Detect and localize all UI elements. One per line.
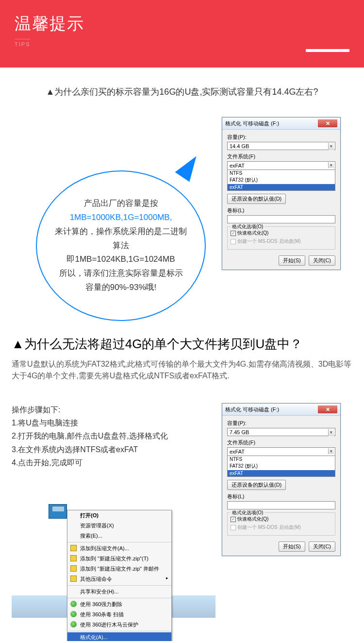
menu-add-zip-mail[interactable]: 添加到 "新建压缩文件.zip" 并邮件 [67, 564, 171, 574]
checkbox-icon[interactable]: ✓ [231, 231, 236, 236]
archive-icon [70, 565, 77, 572]
fs-option-exfat[interactable]: exFAT [228, 184, 335, 190]
dialog-title: 格式化 可移动磁盘 (F:) [225, 406, 318, 413]
menu-format[interactable]: 格式化(A)... [67, 632, 171, 641]
filesystem-dropdown-open[interactable]: exFAT NTFS FAT32 (默认) exFAT [227, 447, 335, 477]
fs-option-fat32[interactable]: FAT32 (默认) [228, 462, 335, 470]
msdos-row: 创建一个 MS-DOS 启动盘(M) [231, 524, 332, 531]
archive-icon [70, 575, 77, 582]
dialog-body: 容量(P): 14.4 GB 文件系统(F) exFAT NTFS FAT32 … [222, 130, 340, 270]
capacity-label: 容量(P): [227, 420, 335, 427]
menu-other-zip[interactable]: 其他压缩命令 [67, 574, 171, 584]
archive-icon [70, 555, 77, 561]
format-options-group: 格式化选项(O) ✓快速格式化(Q) 创建一个 MS-DOS 启动盘(M) [227, 226, 335, 250]
menu-separator [67, 542, 171, 542]
fs-option-fat32[interactable]: FAT32 (默认) [228, 176, 335, 184]
menu-360-cloud[interactable]: 使用 360进行木马云保护 [67, 620, 171, 630]
menu-360-scan[interactable]: 使用 360杀毒 扫描 [67, 609, 171, 620]
fs-option-ntfs[interactable]: NTFS [228, 170, 335, 176]
format-dialog-1: 格式化 可移动磁盘 (F:) ✕ 容量(P): 14.4 GB 文件系统(F) … [222, 117, 341, 270]
question-1-content: 产品出厂的容量是按 1MB=1000KB,1G=1000MB, 来计算的，操作系… [12, 117, 352, 316]
dialog-buttons: 开始(S) 关闭(C) [227, 254, 335, 266]
volume-input[interactable] [227, 215, 335, 223]
context-menu: 打开(O) 资源管理器(X) 搜索(E)... 添加到压缩文件(A)... 添加… [67, 510, 172, 641]
shield-icon [70, 621, 77, 627]
bubble-line-4: 即1MB=1024KB,1G=1024MB [66, 253, 175, 267]
menu-explorer[interactable]: 资源管理器(X) [67, 521, 171, 531]
dialog-title: 格式化 可移动磁盘 (F:) [225, 120, 318, 127]
dialog-titlebar[interactable]: 格式化 可移动磁盘 (F:) ✕ [222, 404, 340, 416]
header-subtitle: TIPS [15, 39, 30, 47]
close-button[interactable]: 关闭(C) [309, 255, 335, 266]
archive-icon [70, 545, 77, 551]
format-options-label: 格式化选项(O) [231, 223, 265, 230]
header-title: 温馨提示 [15, 13, 349, 35]
drive-label: 可移动 (G: [49, 519, 67, 530]
filesystem-options: NTFS FAT32 (默认) exFAT [228, 170, 335, 190]
volume-label: 卷标(L) [227, 493, 335, 500]
menu-search[interactable]: 搜索(E)... [67, 531, 171, 541]
filesystem-selected[interactable]: exFAT [228, 162, 335, 170]
menu-separator [67, 585, 171, 586]
checkbox-icon [231, 525, 236, 530]
header-accent-bar [306, 49, 349, 52]
format-options-group: 格式化选项(O) ✓快速格式化(Q) 创建一个 MS-DOS 启动盘(M) [227, 512, 335, 536]
quick-format-row[interactable]: ✓快速格式化(Q) [231, 230, 332, 237]
question-2-description: 通常U盘默认的系统为FAT32格式,此格式可传输的单个最大文件为4G.如需存储高… [12, 358, 352, 382]
filesystem-options: NTFS FAT32 (默认) exFAT [228, 456, 335, 476]
menu-360-delete[interactable]: 使用 360强力删除 [67, 599, 171, 609]
capacity-dropdown[interactable]: 7.45 GB [227, 428, 335, 436]
menu-separator [67, 598, 171, 598]
bubble-line-3: 来计算的，操作系统采用的是二进制算法 [51, 225, 190, 253]
format-dialog-2: 格式化 可移动磁盘 (F:) ✕ 容量(P): 7.45 GB 文件系统(F) … [222, 403, 341, 556]
question-2-content: 操作步骤如下: 1.将U盘与电脑连接 2.打开我的电脑,邮件点击U盘盘符,选择格… [12, 403, 352, 622]
restore-defaults-button[interactable]: 还原设备的默认值(D) [227, 194, 286, 204]
question-2-title: ▲为什么无法将超过4G的单个大文件拷贝到U盘中？ [12, 336, 352, 353]
fs-option-ntfs[interactable]: NTFS [228, 456, 335, 462]
msdos-row: 创建一个 MS-DOS 启动盘(M) [231, 238, 332, 245]
volume-input[interactable] [227, 501, 335, 509]
question-1-section: ▲为什么亲们买的标示容量为16G的U盘,实际测试容量只有14.4G左右? 产品出… [0, 68, 364, 336]
restore-defaults-button[interactable]: 还原设备的默认值(D) [227, 480, 286, 490]
close-button[interactable]: 关闭(C) [309, 541, 335, 552]
menu-add-zip[interactable]: 添加到压缩文件(A)... [67, 543, 171, 554]
bubble-line-5: 所以，请亲们注意实际容量是标示 [59, 267, 183, 281]
explanation-bubble: 产品出厂的容量是按 1MB=1000KB,1G=1000MB, 来计算的，操作系… [36, 170, 206, 321]
start-button[interactable]: 开始(S) [279, 255, 305, 266]
dialog-titlebar[interactable]: 格式化 可移动磁盘 (F:) ✕ [222, 118, 340, 130]
filesystem-selected[interactable]: exFAT [228, 448, 335, 456]
checkbox-icon [231, 239, 236, 244]
filesystem-label: 文件系统(F) [227, 439, 335, 446]
close-icon[interactable]: ✕ [318, 119, 337, 127]
bubble-line-2: 1MB=1000KB,1G=1000MB, [70, 211, 172, 225]
volume-label: 卷标(L) [227, 207, 335, 214]
shield-icon [70, 611, 77, 617]
bubble-line-1: 产品出厂的容量是按 [84, 197, 158, 211]
capacity-label: 容量(P): [227, 134, 335, 141]
tips-header: 温馨提示 TIPS [0, 0, 364, 68]
filesystem-dropdown-open[interactable]: exFAT NTFS FAT32 (默认) exFAT [227, 161, 335, 191]
fs-option-exfat[interactable]: exFAT [228, 470, 335, 476]
dialog-buttons: 开始(S) 关闭(C) [227, 540, 335, 552]
menu-share[interactable]: 共享和安全(H)... [67, 587, 171, 597]
filesystem-label: 文件系统(F) [227, 153, 335, 160]
menu-open[interactable]: 打开(O) [67, 510, 171, 521]
quick-format-row[interactable]: ✓快速格式化(Q) [231, 516, 332, 523]
bubble-line-6: 容量的90%-93%哦! [85, 281, 156, 295]
capacity-dropdown[interactable]: 14.4 GB [227, 142, 335, 150]
context-menu-area: 可移动 (G: 打开(O) 资源管理器(X) 搜索(E)... 添加到压缩文件(… [51, 510, 172, 641]
format-options-label: 格式化选项(O) [231, 509, 265, 516]
drive-icon[interactable] [49, 504, 67, 519]
start-button[interactable]: 开始(S) [279, 541, 305, 552]
shield-icon [70, 601, 77, 607]
menu-separator [67, 631, 171, 631]
close-icon[interactable]: ✕ [318, 406, 337, 413]
dialog-body: 容量(P): 7.45 GB 文件系统(F) exFAT NTFS FAT32 … [222, 416, 340, 556]
question-2-section: ▲为什么无法将超过4G的单个大文件拷贝到U盘中？ 通常U盘默认的系统为FAT32… [0, 336, 364, 641]
menu-add-zip2[interactable]: 添加到 "新建压缩文件.zip"(T) [67, 554, 171, 564]
checkbox-icon[interactable]: ✓ [231, 517, 236, 522]
question-1-title: ▲为什么亲们买的标示容量为16G的U盘,实际测试容量只有14.4G左右? [12, 86, 352, 98]
